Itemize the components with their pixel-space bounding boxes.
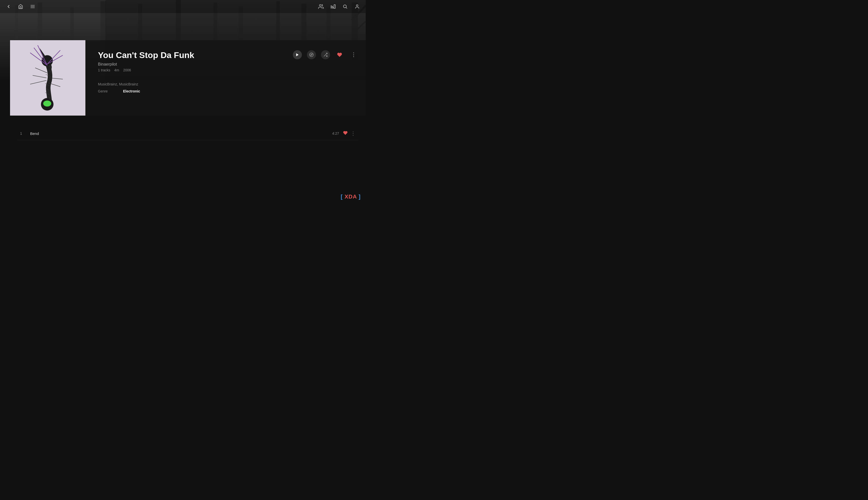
xda-bracket-left: [ — [340, 193, 343, 200]
group-icon[interactable] — [317, 3, 324, 10]
genre-value: Electronic — [123, 89, 140, 93]
svg-line-22 — [346, 8, 347, 9]
heart-button[interactable] — [335, 50, 344, 59]
source2: MusicBrainz — [119, 82, 138, 86]
svg-rect-19 — [334, 5, 336, 9]
svg-point-23 — [356, 5, 358, 7]
search-icon[interactable] — [342, 3, 349, 10]
xda-logo: [ XDA ] — [340, 193, 361, 200]
track-duration: 4:27 — [332, 132, 339, 135]
svg-marker-24 — [296, 53, 298, 56]
track-list: 1 Bend 4:27 ⋮ — [10, 127, 366, 140]
track-heart-button[interactable] — [343, 130, 348, 136]
more-button[interactable]: ⋮ — [349, 50, 358, 59]
home-button[interactable] — [17, 3, 24, 10]
svg-point-18 — [320, 4, 321, 6]
album-artist: Binaerpilot — [98, 62, 358, 67]
svg-point-21 — [343, 5, 346, 8]
genre-row: Genre Electronic — [98, 89, 358, 93]
genre-label: Genre — [98, 89, 118, 93]
track-more-button[interactable]: ⋮ — [351, 130, 356, 136]
tracks-count: 1 tracks — [98, 68, 110, 72]
album-section: You Can't Stop Da Funk Binaerpilot 1 tra… — [10, 40, 366, 116]
xda-text: XDA — [345, 193, 357, 200]
album-meta: 1 tracks 4m 2006 — [98, 68, 358, 72]
topbar — [0, 0, 366, 13]
xda-bracket-right: ] — [359, 193, 361, 200]
svg-marker-26 — [311, 54, 312, 56]
source1: MusicBrainz — [98, 82, 117, 86]
duration: 4m — [114, 68, 119, 72]
album-info: You Can't Stop Da Funk Binaerpilot 1 tra… — [85, 40, 366, 116]
svg-point-25 — [310, 53, 313, 57]
shuffle-button[interactable] — [321, 50, 330, 59]
play-button[interactable] — [293, 50, 302, 59]
cast-icon[interactable] — [329, 3, 337, 10]
compass-button[interactable] — [307, 50, 316, 59]
action-buttons: ⋮ — [293, 50, 358, 59]
track-title: Bend — [30, 132, 332, 136]
source-info: MusicBrainz, MusicBrainz — [98, 82, 358, 86]
topbar-right — [317, 3, 361, 10]
album-art — [10, 40, 85, 116]
track-row[interactable]: 1 Bend 4:27 ⋮ — [18, 127, 358, 140]
year: 2006 — [123, 68, 131, 72]
menu-button[interactable] — [29, 3, 36, 10]
back-button[interactable] — [5, 3, 12, 10]
track-number: 1 — [20, 132, 27, 135]
account-icon[interactable] — [354, 3, 361, 10]
topbar-left — [5, 3, 36, 10]
